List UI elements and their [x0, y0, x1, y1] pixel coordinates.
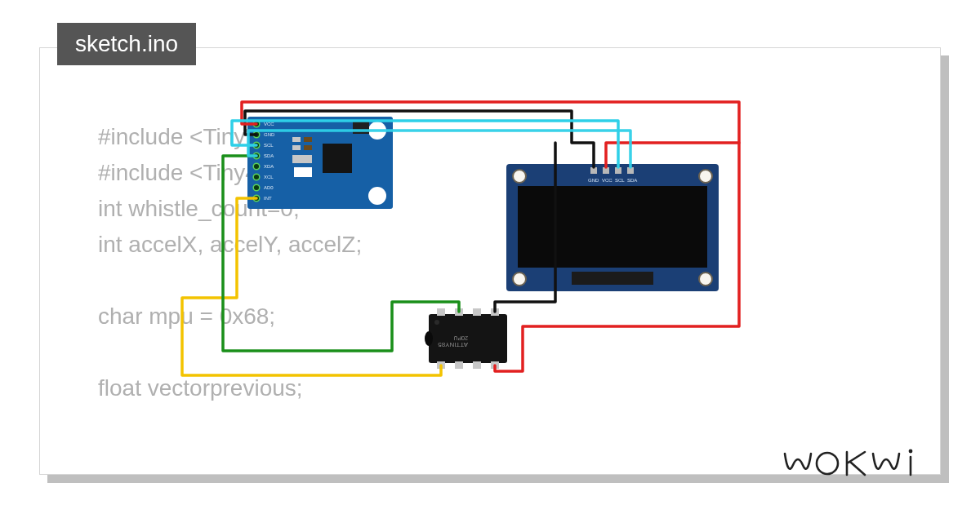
file-tab-label: sketch.ino — [75, 31, 178, 56]
svg-point-56 — [909, 450, 913, 454]
brand-logo — [780, 444, 935, 481]
code-preview: #include <TinyWireM.h> #include <Tiny4kO… — [98, 119, 364, 406]
file-tab[interactable]: sketch.ino — [57, 23, 196, 65]
svg-point-55 — [817, 453, 838, 474]
